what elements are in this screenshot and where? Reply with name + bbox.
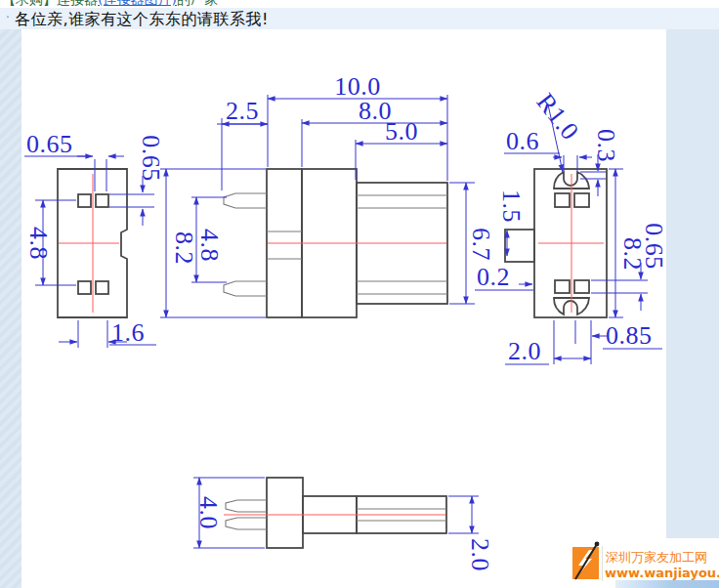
dim-label-step: 0.2 xyxy=(477,263,510,291)
front-view: 0.65 0.65 4.8 1.6 xyxy=(24,130,165,348)
dim-label-nose-width: 2.0 xyxy=(466,538,494,571)
bottom-blue-strip xyxy=(615,580,719,588)
dim-label-pin-length: 2.5 xyxy=(226,97,259,125)
dim-label-nose-height: 6.7 xyxy=(467,228,495,261)
dim-label-body-height: 8.2 xyxy=(170,231,198,265)
watermark-url[interactable]: www.wanjiayou.com xyxy=(605,566,719,580)
dim-label-offset: 0.85 xyxy=(606,321,653,350)
dim-label-pad-width: 0.65 xyxy=(26,130,73,158)
end-view: R1.0 0.6 0.3 1.5 0.2 8.2 xyxy=(475,88,668,365)
dim-label-notch-width: 0.6 xyxy=(506,127,539,155)
dim-label-nose-length: 5.0 xyxy=(385,117,418,146)
dim-label-pad-height: 0.65 xyxy=(137,135,165,182)
dim-label-width: 4.0 xyxy=(194,496,223,529)
forum-post-page: 【求购】连接器(连接器图片)的厂家 · 各位亲,谁家有这个东东的请联系我! xyxy=(0,0,719,588)
dim-label-end-pad-height: 0.65 xyxy=(640,223,668,270)
dim-label-row-pitch: 4.8 xyxy=(24,227,53,260)
dim-label-tab-height: 1.5 xyxy=(497,189,526,223)
side-view: 8.2 4.8 10.0 8.0 5.0 2.5 xyxy=(160,72,495,317)
watermark-company: 深圳万家友加工网 xyxy=(606,549,707,567)
dim-label-notch-depth: 0.3 xyxy=(592,129,620,162)
cad-drawing: 0.65 0.65 4.8 1.6 xyxy=(0,0,719,588)
watermark: 深圳万家友加工网 www.wanjiayou.com xyxy=(570,538,719,584)
top-view: 4.0 2.0 xyxy=(193,478,494,571)
dim-label-dome-width: 2.0 xyxy=(508,337,541,365)
dim-label-col-pitch: 1.6 xyxy=(111,318,145,347)
watermark-needle-icon xyxy=(570,538,609,584)
dim-label-pin-span: 4.8 xyxy=(195,229,224,262)
watermark-divider xyxy=(602,546,603,581)
